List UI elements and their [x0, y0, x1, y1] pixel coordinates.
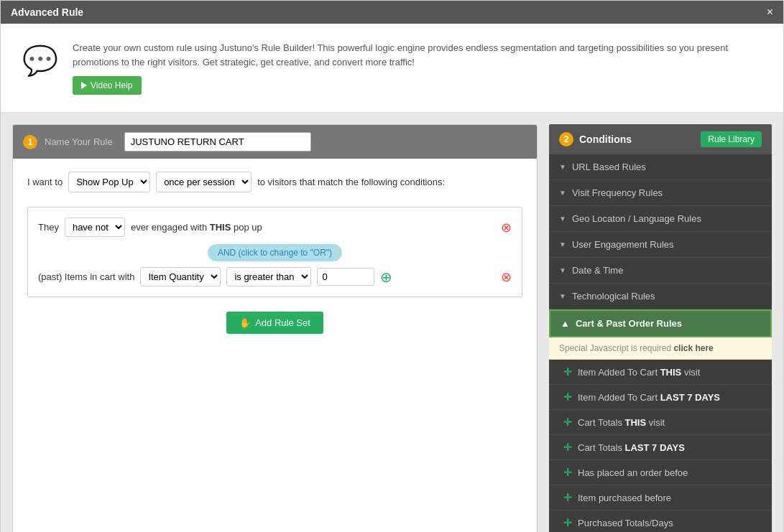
chevron-down-icon: ▼: [559, 189, 566, 197]
add-rule-set-label: Add Rule Set: [255, 317, 310, 328]
this-bold: THIS: [210, 222, 231, 233]
add-rule-set-icon: ✋: [239, 317, 251, 328]
they-label: They: [38, 222, 59, 233]
user-engage-label: User Engagement Rules: [572, 239, 674, 250]
sidebar-item-tech[interactable]: ▼ Technological Rules: [549, 284, 772, 309]
cart-item-label-7: Purchased Totals/Days: [578, 518, 673, 528]
cart-item-label-2: Item Added To Cart LAST 7 DAYS: [578, 392, 720, 403]
rule-name-input[interactable]: [124, 132, 311, 151]
intro-section: 💬 Create your own custom rule using Just…: [1, 24, 783, 113]
quantity-type-select[interactable]: Item Quantity Item Price Item SKU: [140, 267, 221, 286]
plus-icon: ✛: [563, 416, 572, 428]
item-purchased-before[interactable]: ✛ Item purchased before: [549, 485, 772, 510]
condition-box: They have not have ever engaged with THI…: [27, 207, 522, 297]
ever-engaged-text: ever engaged with THIS pop up: [131, 222, 262, 233]
plus-icon: ✛: [563, 366, 572, 378]
js-warning-link[interactable]: click here: [673, 343, 713, 353]
sidebar-item-cart-past-orders[interactable]: ▲ Cart & Past Order Rules: [549, 309, 772, 337]
iwantto-suffix: to visitors that match the following con…: [257, 177, 445, 187]
chevron-down-icon: ▼: [559, 215, 566, 223]
cart-item-last7days[interactable]: ✛ Item Added To Cart LAST 7 DAYS: [549, 385, 772, 410]
js-warning: Special Javascript is required click her…: [549, 337, 772, 360]
cart-item-label-1: Item Added To Cart THIS visit: [578, 367, 700, 378]
remove-condition2-button[interactable]: ⊗: [501, 271, 512, 284]
left-panel: 1 Name Your Rule I want to Show Pop Up H…: [12, 124, 538, 532]
iwantto-row: I want to Show Pop Up Hide Pop Up Do Not…: [27, 172, 522, 192]
conditions-body: I want to Show Pop Up Hide Pop Up Do Not…: [13, 159, 537, 347]
sidebar-item-url-based[interactable]: ▼ URL Based Rules: [549, 154, 772, 180]
cart-item-label-3: Cart Totals THIS visit: [578, 417, 665, 428]
plus-icon: ✛: [563, 442, 572, 453]
cart-item-label-4: Cart Totals LAST 7 DAYS: [578, 442, 685, 453]
conditions-title: Conditions: [579, 134, 632, 145]
last7-bold-2: LAST 7 DAYS: [625, 442, 685, 453]
chevron-down-icon: ▼: [559, 292, 566, 300]
condition-row-2: (past) Items in cart with Item Quantity …: [38, 267, 512, 286]
cart-item-label-6: Item purchased before: [578, 493, 671, 503]
placed-order-before[interactable]: ✛ Has placed an order befoe: [549, 460, 772, 485]
past-items-label: (past) Items in cart with: [38, 271, 134, 282]
close-button[interactable]: ×: [767, 6, 773, 18]
action-select[interactable]: Show Pop Up Hide Pop Up Do Nothing: [68, 172, 150, 192]
right-header-left: 2 Conditions: [559, 132, 632, 146]
sidebar-item-date-time[interactable]: ▼ Date & Time: [549, 258, 772, 284]
modal-container: Advanced Rule × 💬 Create your own custom…: [0, 0, 784, 532]
sidebar-item-geo[interactable]: ▼ Geo Locaton / Language Rules: [549, 206, 772, 232]
right-header: 2 Conditions Rule Library: [549, 124, 772, 154]
plus-icon: ✛: [563, 517, 572, 528]
play-icon: [81, 82, 87, 89]
step1-label: Name Your Rule: [45, 136, 113, 147]
last7-bold-1: LAST 7 DAYS: [660, 392, 720, 403]
chevron-up-icon: ▲: [561, 318, 570, 329]
condition-row-1: They have not have ever engaged with THI…: [38, 218, 512, 237]
geo-label: Geo Locaton / Language Rules: [572, 213, 701, 224]
step1-badge: 1: [23, 135, 37, 149]
main-content: 1 Name Your Rule I want to Show Pop Up H…: [1, 113, 783, 532]
sidebar-item-visit-freq[interactable]: ▼ Visit Frequency Rules: [549, 180, 772, 206]
sidebar-item-user-engage[interactable]: ▼ User Engagement Rules: [549, 232, 772, 258]
plus-icon: ✛: [563, 391, 572, 403]
remove-condition1-button[interactable]: ⊗: [501, 221, 512, 234]
cart-totals-last7[interactable]: ✛ Cart Totals LAST 7 DAYS: [549, 435, 772, 460]
chevron-down-icon: ▼: [559, 266, 566, 274]
add-rule-set-row: ✋ Add Rule Set: [27, 312, 522, 334]
operator-select[interactable]: is greater than is less than is equal to: [226, 267, 311, 286]
modal-header: Advanced Rule ×: [1, 1, 783, 24]
modal-title: Advanced Rule: [11, 6, 83, 18]
add-rule-set-button[interactable]: ✋ Add Rule Set: [226, 312, 323, 334]
engagement-select[interactable]: have not have: [65, 218, 125, 237]
visit-freq-label: Visit Frequency Rules: [572, 187, 663, 198]
js-warning-text: Special Javascript is required: [559, 343, 671, 353]
intro-description: Create your own custom rule using Justun…: [73, 41, 762, 69]
intro-text: Create your own custom rule using Justun…: [73, 41, 762, 95]
cart-totals-this-visit[interactable]: ✛ Cart Totals THIS visit: [549, 410, 772, 435]
frequency-select[interactable]: once per session every visit once ever: [156, 172, 252, 192]
condition-value-input[interactable]: [317, 268, 374, 286]
video-help-label: Video Help: [91, 80, 133, 90]
plus-icon: ✛: [563, 467, 572, 478]
right-panel: 2 Conditions Rule Library ▼ URL Based Ru…: [549, 124, 772, 532]
step1-header: 1 Name Your Rule: [13, 125, 537, 159]
and-button[interactable]: AND (click to change to "OR"): [208, 244, 342, 261]
cart-past-orders-label: Cart & Past Order Rules: [576, 318, 682, 329]
cart-item-this-visit[interactable]: ✛ Item Added To Cart THIS visit: [549, 360, 772, 385]
url-based-label: URL Based Rules: [572, 162, 646, 172]
iwantto-prefix: I want to: [27, 177, 63, 187]
this-bold-2: THIS: [625, 417, 647, 428]
tech-label: Technological Rules: [572, 291, 655, 302]
step2-badge: 2: [559, 132, 573, 146]
chevron-down-icon: ▼: [559, 163, 566, 171]
cart-item-label-5: Has placed an order befoe: [578, 467, 688, 478]
chevron-down-icon: ▼: [559, 241, 566, 248]
rule-library-button[interactable]: Rule Library: [701, 131, 762, 147]
date-time-label: Date & Time: [572, 265, 624, 276]
this-bold-1: THIS: [660, 367, 682, 378]
and-divider: AND (click to change to "OR"): [38, 244, 512, 261]
plus-icon: ✛: [563, 492, 572, 503]
chat-icon: 💬: [22, 44, 58, 78]
video-help-button[interactable]: Video Help: [73, 76, 142, 95]
purchased-totals-days[interactable]: ✛ Purchased Totals/Days: [549, 510, 772, 532]
add-condition-button[interactable]: ⊕: [380, 270, 392, 284]
